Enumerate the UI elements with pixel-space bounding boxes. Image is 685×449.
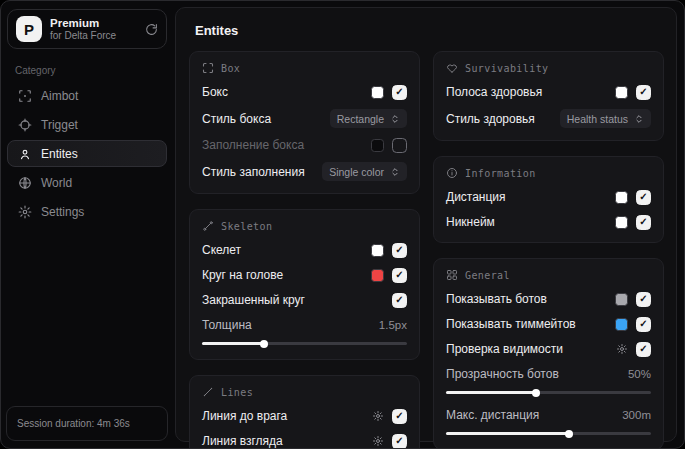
sidebar-item-trigget[interactable]: Trigget: [7, 111, 167, 138]
fill-style-select[interactable]: Single color: [322, 162, 407, 181]
refresh-icon[interactable]: [145, 23, 158, 36]
setting-label: Никнейм: [446, 215, 495, 229]
sidebar-item-label: Trigget: [41, 118, 78, 132]
sidebar: P Premium for Delta Force Category Aimbo…: [1, 1, 173, 448]
chevrons-up-down-icon: [390, 114, 400, 124]
setting-label: Показывать тиммейтов: [446, 317, 576, 331]
section-survivability: Survivability Полоса здоровья Стиль здор…: [433, 51, 664, 141]
setting-row: Круг на голове: [202, 267, 407, 283]
sidebar-item-label: Settings: [41, 205, 84, 219]
setting-label: Линия взгляда: [202, 434, 283, 448]
grid-icon: [446, 269, 458, 281]
setting-row: Заполнение бокса: [202, 137, 407, 153]
setting-label: Стиль заполнения: [202, 165, 305, 179]
sidebar-item-label: Entites: [41, 147, 78, 161]
checkbox[interactable]: [636, 215, 651, 230]
checkbox[interactable]: [392, 268, 407, 283]
section-skeleton: Skeleton Скелет Круг на голове: [189, 209, 420, 360]
max-distance-slider[interactable]: [446, 432, 651, 435]
slider-value: 1.5px: [379, 319, 407, 331]
sidebar-item-world[interactable]: World: [7, 169, 167, 196]
color-swatch[interactable]: [371, 269, 384, 282]
logo: P: [16, 16, 42, 42]
checkbox[interactable]: [636, 85, 651, 100]
color-swatch[interactable]: [615, 293, 628, 306]
checkbox[interactable]: [392, 85, 407, 100]
section-title: General: [465, 270, 510, 281]
setting-row: Полоса здоровья: [446, 84, 651, 100]
section-title: Information: [465, 168, 536, 179]
setting-row: Бокс: [202, 84, 407, 100]
checkbox[interactable]: [636, 317, 651, 332]
slider-row: Толщина 1.5px: [202, 317, 407, 333]
globe-icon: [17, 176, 32, 190]
sidebar-item-label: World: [41, 176, 72, 190]
gear-icon[interactable]: [372, 435, 384, 447]
slider-row: Прозрачность ботов 50%: [446, 366, 651, 382]
section-box: Box Бокс Стиль бокса Rectangle: [189, 51, 420, 194]
chevrons-up-down-icon: [634, 114, 644, 124]
setting-label: Дистанция: [446, 190, 506, 204]
health-style-select[interactable]: Health status: [560, 109, 651, 128]
section-title: Survivability: [465, 63, 548, 74]
setting-row: Стиль бокса Rectangle: [202, 109, 407, 128]
section-title: Skeleton: [221, 221, 272, 232]
target-icon: [17, 118, 32, 132]
section-general: General Показывать ботов Показывать тимм…: [433, 258, 664, 449]
slider-thumb[interactable]: [532, 389, 540, 397]
bot-opacity-slider[interactable]: [446, 391, 651, 394]
setting-label: Круг на голове: [202, 268, 283, 282]
checkbox[interactable]: [392, 434, 407, 449]
slider-value: 300m: [622, 409, 651, 421]
box-style-select[interactable]: Rectangle: [330, 109, 407, 128]
main-panel: Entites Box Бокс: [175, 7, 677, 442]
thickness-slider[interactable]: [202, 342, 407, 345]
checkbox[interactable]: [392, 409, 407, 424]
sidebar-item-settings[interactable]: Settings: [7, 198, 167, 225]
checkbox[interactable]: [636, 292, 651, 307]
color-swatch[interactable]: [371, 244, 384, 257]
setting-label: Стиль здоровья: [446, 112, 535, 126]
color-swatch[interactable]: [615, 318, 628, 331]
section-title: Box: [221, 63, 240, 74]
checkbox[interactable]: [392, 243, 407, 258]
color-swatch[interactable]: [615, 86, 628, 99]
category-label: Category: [15, 65, 173, 76]
color-swatch[interactable]: [615, 191, 628, 204]
sidebar-item-label: Aimbot: [41, 89, 78, 103]
users-icon: [17, 147, 32, 161]
setting-label: Прозрачность ботов: [446, 367, 559, 381]
setting-label: Линия до врага: [202, 409, 287, 423]
premium-title: Premium: [50, 17, 137, 30]
premium-card: P Premium for Delta Force: [7, 9, 167, 49]
slider-row: Макс. дистанция 300m: [446, 407, 651, 423]
checkbox[interactable]: [636, 190, 651, 205]
sidebar-item-entites[interactable]: Entites: [7, 140, 167, 167]
setting-label: Закрашенный круг: [202, 293, 305, 307]
setting-row: Стиль здоровья Health status: [446, 109, 651, 128]
setting-label: Полоса здоровья: [446, 85, 542, 99]
setting-row: Линия до врага: [202, 408, 407, 424]
setting-label: Бокс: [202, 85, 228, 99]
gear-icon[interactable]: [372, 410, 384, 422]
color-swatch[interactable]: [371, 139, 384, 152]
gear-icon[interactable]: [616, 343, 628, 355]
sidebar-item-aimbot[interactable]: Aimbot: [7, 82, 167, 109]
color-swatch[interactable]: [615, 216, 628, 229]
setting-label: Показывать ботов: [446, 292, 547, 306]
setting-row: Показывать тиммейтов: [446, 316, 651, 332]
checkbox[interactable]: [392, 293, 407, 308]
chevrons-up-down-icon: [390, 167, 400, 177]
premium-subtitle: for Delta Force: [50, 30, 137, 42]
setting-label: Стиль бокса: [202, 112, 271, 126]
info-icon: [446, 167, 458, 179]
color-swatch[interactable]: [371, 86, 384, 99]
checkbox[interactable]: [636, 342, 651, 357]
checkbox[interactable]: [392, 138, 407, 153]
slider-thumb[interactable]: [565, 430, 573, 438]
setting-label: Толщина: [202, 318, 252, 332]
slider-thumb[interactable]: [260, 340, 268, 348]
box-scan-icon: [202, 62, 214, 74]
setting-label: Скелет: [202, 243, 241, 257]
crosshair-icon: [17, 89, 32, 103]
